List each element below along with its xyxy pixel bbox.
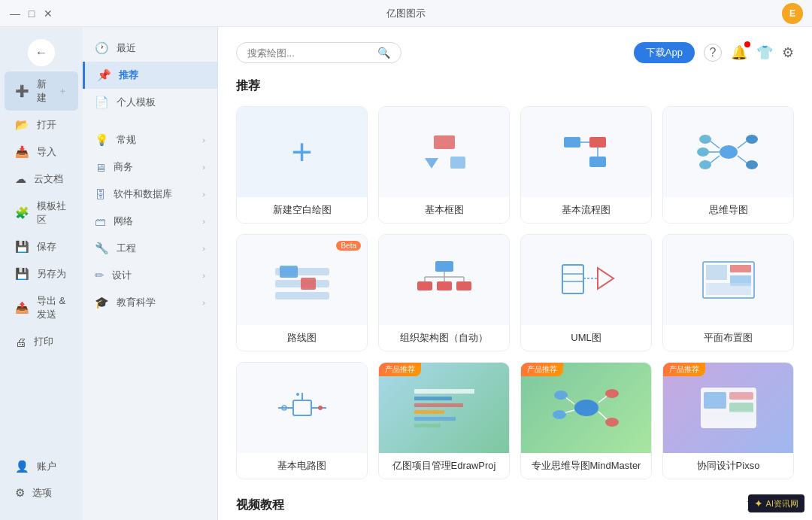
product-badge-mindmaster: 产品推荐 xyxy=(521,363,563,376)
template-new-blank[interactable]: + 新建空白绘图 xyxy=(236,106,368,224)
nav-save[interactable]: 💾 保存 xyxy=(5,234,78,260)
mid-nav-business-label: 商务 xyxy=(114,160,133,174)
route-svg xyxy=(272,257,332,303)
maximize-button[interactable]: □ xyxy=(26,8,38,20)
left-sidebar: ← ➕ 新建 ＋ 📂 打开 📥 导入 ☁ 云文档 🧩 模板社区 💾 保存 💾 xyxy=(0,27,83,520)
svg-rect-51 xyxy=(414,397,452,400)
chevron-right-icon4: › xyxy=(202,217,205,226)
content-topbar: 🔍 下载App ? 🔔 👕 ⚙ xyxy=(236,42,794,63)
theme-button[interactable]: 👕 xyxy=(756,44,773,61)
pixso-preview-svg xyxy=(695,382,762,434)
search-icon: 🔍 xyxy=(377,47,390,59)
svg-rect-32 xyxy=(456,281,471,290)
template-basic-flow[interactable]: 基本流程图 xyxy=(520,106,652,224)
svg-point-12 xyxy=(697,147,709,157)
engineering-icon: 🔧 xyxy=(95,242,109,255)
close-button[interactable]: ✕ xyxy=(42,8,54,20)
nav-options-label: 选项 xyxy=(32,486,52,500)
template-basic-frame[interactable]: 基本框图 xyxy=(378,106,510,224)
svg-point-18 xyxy=(746,160,758,169)
template-edrawproj[interactable]: 产品推荐 亿图项目管理EdrawProj xyxy=(378,362,510,479)
mid-nav-engineering[interactable]: 🔧 工程 › xyxy=(83,235,217,262)
product-badge-pixso: 产品推荐 xyxy=(663,363,705,376)
template-mindmaster[interactable]: 产品推荐 专业思维导图MindMaster xyxy=(520,362,652,479)
template-pixso-thumb: 产品推荐 xyxy=(663,363,793,453)
template-route[interactable]: Beta 路线图 xyxy=(236,234,368,351)
template-circuit[interactable]: 基本电路图 xyxy=(236,362,368,479)
svg-rect-2 xyxy=(450,157,465,169)
svg-rect-5 xyxy=(589,137,606,147)
nav-open[interactable]: 📂 打开 xyxy=(5,112,78,138)
mid-nav-recent[interactable]: 🕐 最近 xyxy=(83,35,217,62)
mid-nav-business[interactable]: 🖥 商务 › xyxy=(83,154,217,181)
search-box[interactable]: 🔍 xyxy=(236,42,401,63)
template-org-auto[interactable]: 组织架构图（自动） xyxy=(378,234,510,351)
template-mindmap[interactable]: 思维导图 xyxy=(662,106,794,224)
nav-open-label: 打开 xyxy=(37,118,56,132)
svg-line-13 xyxy=(710,156,720,163)
mid-nav-personal-label: 个人模板 xyxy=(117,96,156,109)
svg-rect-55 xyxy=(414,424,441,427)
mindmaster-preview-svg xyxy=(553,382,620,434)
svg-point-60 xyxy=(553,410,566,419)
user-avatar[interactable]: E xyxy=(782,3,803,24)
nav-import[interactable]: 📥 导入 xyxy=(5,139,78,165)
mid-nav-network[interactable]: 🗃 网络 › xyxy=(83,208,217,235)
mid-nav-education[interactable]: 🎓 教育科学 › xyxy=(83,289,217,316)
circuit-svg xyxy=(272,385,332,430)
search-input[interactable] xyxy=(247,47,371,59)
svg-point-10 xyxy=(699,135,711,144)
template-pixso[interactable]: 产品推荐 协同设计Pixso xyxy=(662,362,794,479)
template-org-auto-thumb xyxy=(379,235,509,325)
edrawproj-preview-svg xyxy=(411,382,478,434)
nav-cloud[interactable]: ☁ 云文档 xyxy=(5,166,78,192)
mid-nav-network-label: 网络 xyxy=(114,214,133,228)
mid-nav-software-db[interactable]: 🗄 软件和数据库 › xyxy=(83,181,217,208)
template-uml[interactable]: UML图 xyxy=(520,234,652,351)
svg-rect-69 xyxy=(704,412,753,422)
mid-nav-general[interactable]: 💡 常规 › xyxy=(83,126,217,154)
svg-rect-50 xyxy=(414,389,474,394)
network-icon: 🗃 xyxy=(95,215,106,228)
svg-rect-30 xyxy=(417,281,432,290)
svg-rect-0 xyxy=(434,135,455,149)
mid-nav-personal[interactable]: 📄 个人模板 xyxy=(83,89,217,116)
watermark-star-icon: ✦ xyxy=(754,497,763,509)
nav-new[interactable]: ➕ 新建 ＋ xyxy=(5,71,78,111)
mid-nav-design[interactable]: ✏ 设计 › xyxy=(83,262,217,289)
template-basic-frame-thumb xyxy=(379,107,509,197)
org-auto-svg xyxy=(414,257,474,303)
help-button[interactable]: ? xyxy=(704,44,722,62)
template-circuit-label: 基本电路图 xyxy=(237,453,367,479)
mid-nav-recommend[interactable]: 📌 推荐 xyxy=(83,62,217,89)
minimize-button[interactable]: — xyxy=(9,8,21,20)
nav-options[interactable]: ⚙ 选项 xyxy=(5,480,78,506)
svg-rect-53 xyxy=(414,410,444,414)
download-app-button[interactable]: 下载App xyxy=(634,42,695,63)
chevron-right-icon6: › xyxy=(202,271,205,280)
mid-nav-recommend-label: 推荐 xyxy=(119,68,138,82)
mid-nav-recent-label: 最近 xyxy=(117,41,136,55)
svg-rect-33 xyxy=(562,265,583,293)
chevron-right-icon2: › xyxy=(202,163,205,172)
nav-export[interactable]: 📤 导出 & 发送 xyxy=(5,288,78,327)
template-layout[interactable]: 平面布置图 xyxy=(662,234,794,351)
svg-point-16 xyxy=(746,135,758,144)
nav-community[interactable]: 🧩 模板社区 xyxy=(5,193,78,233)
nav-account[interactable]: 👤 账户 xyxy=(5,454,78,479)
nav-print[interactable]: 🖨 打印 xyxy=(5,329,78,354)
settings-button[interactable]: ⚙ xyxy=(782,44,794,61)
mid-nav-engineering-label: 工程 xyxy=(117,242,136,255)
svg-line-9 xyxy=(710,141,720,148)
basic-flow-svg xyxy=(556,129,617,175)
uml-svg xyxy=(556,257,617,303)
back-button[interactable]: ← xyxy=(28,39,55,66)
svg-point-62 xyxy=(605,389,619,398)
watermark: ✦ AI资讯网 xyxy=(748,494,804,512)
notification-button[interactable]: 🔔 xyxy=(731,44,747,61)
nav-save-label: 保存 xyxy=(37,240,56,254)
notification-badge xyxy=(744,41,750,47)
nav-saveas[interactable]: 💾 另存为 xyxy=(5,261,78,287)
nav-cloud-label: 云文档 xyxy=(34,172,63,186)
video-section-title: 视频教程 xyxy=(236,497,284,513)
